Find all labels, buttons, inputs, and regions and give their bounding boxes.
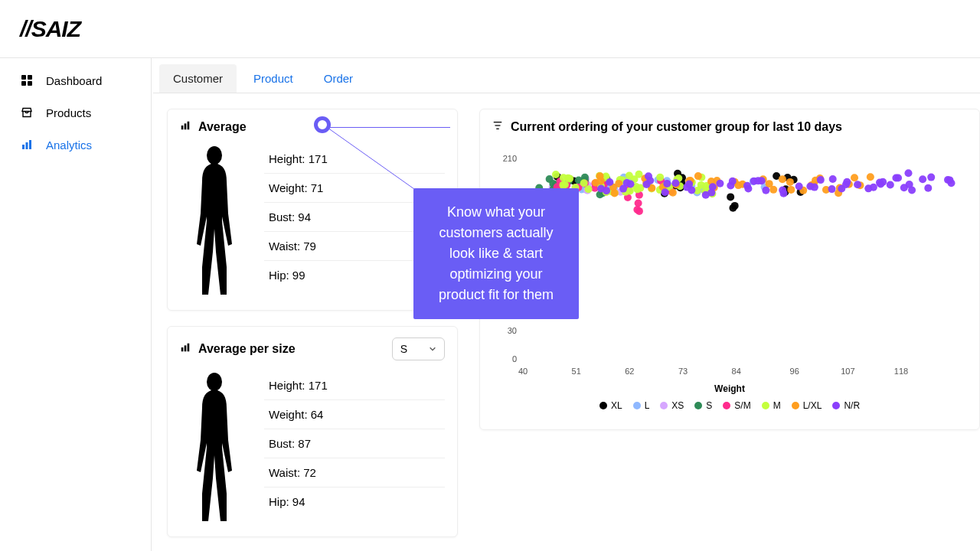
sidebar-item-products[interactable]: Products — [0, 96, 151, 129]
callout-box: Know what your customers actually look l… — [413, 188, 579, 319]
svg-point-176 — [787, 186, 795, 194]
legend-item[interactable]: S/M — [723, 400, 750, 411]
legend-item[interactable]: L/XL — [792, 400, 822, 411]
size-select-value: S — [400, 343, 407, 355]
brand-logo: //SAIZ — [20, 16, 80, 42]
svg-point-10 — [207, 146, 222, 165]
measure-row: Weight: 64 — [264, 400, 445, 429]
svg-point-192 — [606, 178, 613, 186]
svg-point-225 — [828, 185, 835, 193]
legend-item[interactable]: M — [762, 400, 781, 411]
legend-item[interactable]: S — [694, 400, 712, 411]
card-title: Average per size — [198, 342, 296, 356]
svg-text:73: 73 — [678, 367, 688, 376]
legend-label: L — [645, 400, 650, 411]
size-select[interactable]: S — [392, 337, 445, 360]
bars-icon — [20, 138, 34, 152]
svg-point-238 — [894, 174, 902, 182]
svg-point-154 — [597, 177, 605, 184]
svg-point-193 — [597, 185, 605, 193]
svg-point-133 — [633, 185, 641, 193]
legend-label: XS — [671, 400, 684, 411]
legend-item[interactable]: XS — [660, 400, 684, 411]
legend-item[interactable]: XL — [599, 400, 622, 411]
svg-point-105 — [635, 200, 642, 207]
legend-dot-icon — [723, 402, 730, 409]
sidebar-item-label: Products — [46, 106, 91, 119]
svg-point-217 — [758, 177, 766, 184]
measures-list: Height: 171Weight: 64Bust: 87Waist: 72Hi… — [264, 371, 445, 524]
measure-row: Waist: 72 — [264, 458, 445, 487]
svg-point-175 — [766, 180, 773, 187]
svg-point-199 — [646, 177, 654, 184]
legend-label: XL — [611, 400, 622, 411]
svg-rect-8 — [185, 123, 187, 129]
svg-point-14 — [207, 373, 222, 391]
legend-label: L/XL — [803, 400, 822, 411]
layout: Dashboard Products Analytics Customer Pr… — [0, 58, 980, 551]
filter-icon — [492, 120, 503, 134]
svg-point-165 — [694, 172, 702, 180]
svg-rect-9 — [188, 122, 190, 130]
svg-point-113 — [580, 179, 588, 187]
svg-text:62: 62 — [625, 367, 634, 376]
card-average-per-size: Average per size S — [167, 326, 458, 537]
svg-point-214 — [743, 182, 751, 190]
svg-point-37 — [731, 202, 739, 210]
sidebar-item-label: Analytics — [46, 139, 92, 152]
sidebar-item-analytics[interactable]: Analytics — [0, 129, 151, 161]
svg-rect-13 — [188, 344, 190, 352]
svg-point-106 — [633, 206, 641, 214]
svg-point-202 — [671, 179, 679, 187]
topbar: //SAIZ — [0, 0, 980, 58]
x-axis-label: Weight — [492, 383, 967, 394]
svg-point-234 — [876, 179, 884, 187]
legend-dot-icon — [633, 402, 641, 409]
legend-label: M — [773, 400, 781, 411]
body-silhouette-icon — [180, 145, 249, 298]
svg-point-135 — [656, 174, 664, 181]
svg-rect-7 — [181, 126, 184, 129]
svg-point-215 — [762, 187, 769, 194]
bars-icon — [180, 120, 191, 134]
svg-point-241 — [908, 186, 916, 194]
svg-point-244 — [924, 184, 932, 192]
legend-label: N/R — [844, 400, 860, 411]
svg-text:96: 96 — [790, 367, 799, 376]
legend-dot-icon — [694, 402, 702, 409]
svg-rect-0 — [21, 75, 26, 80]
svg-point-200 — [662, 188, 669, 196]
svg-text:84: 84 — [732, 367, 741, 376]
svg-point-247 — [944, 176, 952, 184]
svg-point-75 — [546, 175, 554, 183]
legend-dot-icon — [762, 402, 769, 409]
tab-product[interactable]: Product — [240, 64, 307, 93]
grid-icon — [20, 73, 34, 87]
tab-customer[interactable]: Customer — [159, 64, 237, 93]
svg-text:51: 51 — [572, 367, 581, 376]
svg-rect-5 — [26, 142, 28, 149]
sidebar: Dashboard Products Analytics — [0, 58, 152, 551]
svg-point-190 — [867, 173, 874, 181]
svg-text:118: 118 — [894, 367, 908, 376]
svg-point-189 — [851, 174, 858, 181]
svg-point-243 — [919, 175, 926, 183]
sidebar-item-dashboard[interactable]: Dashboard — [0, 64, 151, 96]
measure-row: Hip: 94 — [264, 487, 445, 516]
svg-point-109 — [552, 171, 560, 178]
svg-point-35 — [727, 193, 734, 201]
svg-point-218 — [795, 183, 803, 191]
svg-point-224 — [829, 175, 837, 183]
legend-item[interactable]: N/R — [832, 400, 860, 411]
svg-point-129 — [626, 171, 633, 179]
svg-point-112 — [561, 181, 569, 188]
tab-order[interactable]: Order — [310, 64, 367, 93]
card-title: Average — [198, 120, 247, 134]
legend-dot-icon — [832, 402, 840, 409]
svg-text:30: 30 — [508, 326, 517, 335]
legend-item[interactable]: L — [633, 400, 650, 411]
svg-rect-6 — [29, 140, 31, 149]
legend-dot-icon — [660, 402, 668, 409]
svg-point-196 — [627, 180, 635, 187]
svg-text:40: 40 — [518, 367, 528, 376]
